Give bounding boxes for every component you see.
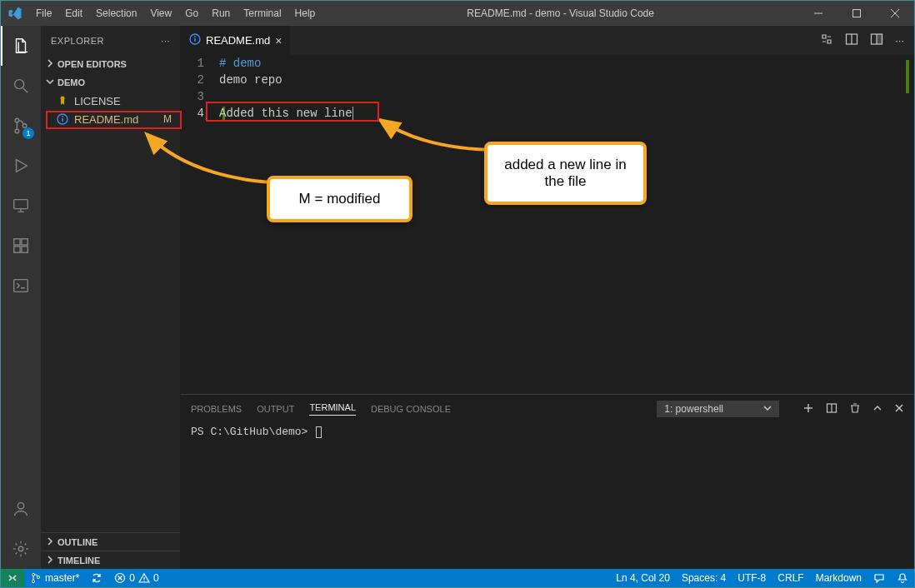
activity-bar: 1 — [1, 26, 41, 569]
tab-close-icon[interactable]: × — [275, 34, 282, 47]
outline-label: OUTLINE — [58, 537, 98, 547]
menu-help[interactable]: Help — [288, 1, 322, 26]
split-terminal-icon[interactable] — [826, 402, 838, 416]
activity-remote-window[interactable] — [1, 266, 41, 306]
explorer-sidebar: EXPLORER ··· OPEN EDITORS DEMO LICENSE — [41, 26, 181, 569]
branch-name: master* — [45, 572, 79, 584]
menu-selection[interactable]: Selection — [89, 1, 143, 26]
status-feedback[interactable] — [868, 569, 891, 587]
svg-point-36 — [32, 580, 34, 582]
activity-accounts[interactable] — [1, 489, 41, 529]
svg-point-16 — [18, 546, 23, 551]
window-close-button[interactable] — [876, 1, 914, 26]
panel-tab-terminal[interactable]: TERMINAL — [309, 402, 356, 416]
account-icon — [12, 500, 30, 518]
line-number: 2 — [181, 72, 204, 88]
new-terminal-icon[interactable] — [802, 402, 814, 416]
svg-rect-1 — [853, 10, 861, 17]
close-panel-icon[interactable] — [894, 403, 904, 415]
terminal-cursor — [316, 426, 322, 438]
warning-count: 0 — [153, 572, 159, 584]
status-remote[interactable] — [1, 569, 24, 587]
panel-tab-problems[interactable]: PROBLEMS — [191, 404, 242, 414]
menu-file[interactable]: File — [29, 1, 58, 26]
status-branch[interactable]: master* — [24, 569, 85, 587]
terminal-square-icon — [12, 277, 30, 295]
feedback-icon — [873, 572, 885, 584]
timeline-label: TIMELINE — [58, 556, 100, 566]
maximize-panel-icon[interactable] — [872, 403, 882, 415]
panel-tab-debug-console[interactable]: DEBUG CONSOLE — [371, 404, 451, 414]
svg-point-15 — [18, 503, 23, 509]
error-count: 0 — [129, 572, 135, 584]
status-bar: master* 0 0 Ln 4, Col 20 Spaces: 4 UTF-8… — [1, 569, 914, 587]
remote-icon — [7, 572, 18, 584]
status-eol[interactable]: CRLF — [772, 569, 809, 587]
debug-icon — [12, 157, 30, 175]
status-notifications[interactable] — [891, 569, 914, 587]
annotation-callout-modified: M = modified — [267, 176, 412, 222]
activity-search[interactable] — [1, 66, 41, 106]
chevron-down-icon — [46, 77, 58, 87]
status-indent[interactable]: Spaces: 4 — [676, 569, 732, 587]
menu-bar: File Edit Selection View Go Run Terminal… — [29, 1, 322, 26]
kill-terminal-icon[interactable] — [849, 402, 861, 416]
status-language[interactable]: Markdown — [810, 569, 868, 587]
annotation-redbox-file — [46, 111, 182, 129]
window-minimize-button[interactable] — [799, 1, 838, 26]
activity-remote-explorer[interactable] — [1, 186, 41, 226]
activity-source-control[interactable]: 1 — [1, 106, 41, 146]
activity-explorer[interactable] — [1, 26, 41, 66]
explorer-header: EXPLORER ··· — [41, 26, 180, 55]
menu-go[interactable]: Go — [178, 1, 205, 26]
svg-point-4 — [15, 80, 24, 89]
vertical-scrollbar[interactable] — [906, 55, 914, 394]
status-encoding[interactable]: UTF-8 — [732, 569, 772, 587]
status-problems[interactable]: 0 0 — [108, 569, 164, 587]
status-sync[interactable] — [85, 569, 108, 587]
svg-rect-28 — [877, 34, 882, 44]
tab-readme[interactable]: README.md × — [181, 26, 291, 55]
svg-point-6 — [15, 118, 19, 122]
warning-icon — [138, 572, 150, 584]
status-line-col[interactable]: Ln 4, Col 20 — [610, 569, 676, 587]
open-preview-icon[interactable] — [845, 32, 858, 48]
chevron-right-icon — [46, 537, 58, 547]
annotation-redbox-line — [206, 102, 379, 122]
timeline-section[interactable]: TIMELINE — [41, 551, 180, 569]
sync-icon — [91, 572, 102, 584]
activity-run-debug[interactable] — [1, 146, 41, 186]
split-editor-icon[interactable] — [870, 32, 883, 48]
file-item-license[interactable]: LICENSE — [41, 92, 180, 110]
window-maximize-button[interactable] — [838, 1, 876, 26]
tab-label: README.md — [206, 34, 270, 47]
activity-settings[interactable] — [1, 529, 41, 569]
chevron-down-icon — [763, 403, 772, 415]
menu-terminal[interactable]: Terminal — [237, 1, 288, 26]
terminal-selector-label: 1: powershell — [664, 403, 723, 415]
svg-point-35 — [32, 573, 34, 576]
folder-label: DEMO — [58, 77, 85, 87]
line-number: 3 — [181, 88, 204, 105]
open-changes-icon[interactable] — [820, 32, 833, 48]
extensions-icon — [12, 237, 30, 255]
more-actions-icon[interactable]: ··· — [895, 34, 904, 47]
menu-run[interactable]: Run — [205, 1, 237, 26]
terminal[interactable]: PS C:\GitHub\demo> — [181, 422, 914, 569]
panel-tab-output[interactable]: OUTPUT — [257, 404, 294, 414]
open-editors-label: OPEN EDITORS — [58, 59, 127, 69]
menu-view[interactable]: View — [143, 1, 178, 26]
outline-section[interactable]: OUTLINE — [41, 532, 180, 551]
terminal-prompt: PS C:\GitHub\demo> — [191, 426, 314, 438]
folder-section[interactable]: DEMO — [41, 73, 180, 92]
explorer-more-icon[interactable]: ··· — [161, 36, 170, 46]
svg-rect-13 — [22, 239, 28, 245]
window-title: README.md - demo - Visual Studio Code — [322, 7, 799, 19]
menu-edit[interactable]: Edit — [58, 1, 89, 26]
terminal-selector[interactable]: 1: powershell — [657, 401, 779, 417]
open-editors-section[interactable]: OPEN EDITORS — [41, 55, 180, 73]
activity-extensions[interactable] — [1, 226, 41, 266]
panel-tabs: PROBLEMS OUTPUT TERMINAL DEBUG CONSOLE 1… — [181, 395, 914, 422]
file-name: LICENSE — [74, 95, 121, 107]
bell-icon — [897, 572, 908, 584]
